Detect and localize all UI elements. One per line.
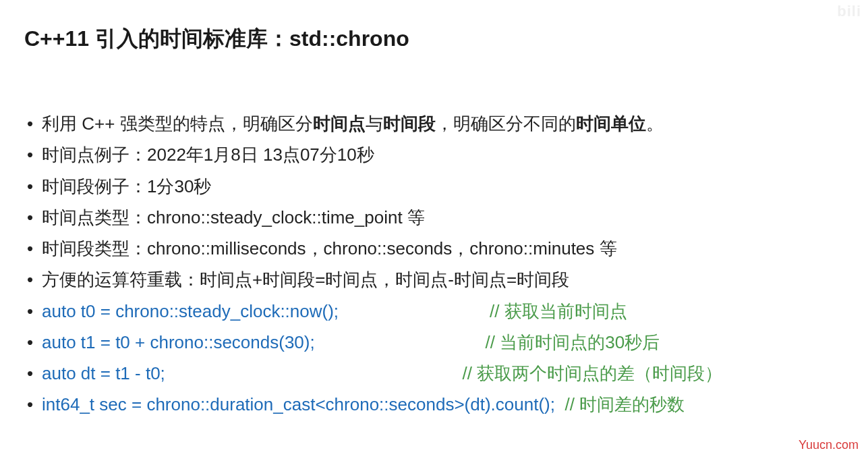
code-list-item: int64_t sec = chrono::duration_cast<chro… [24,389,844,420]
bold-text: 时间单位 [576,113,646,134]
bullet-list: 利用 C++ 强类型的特点，明确区分时间点与时间段，明确区分不同的时间单位。 时… [24,108,844,421]
code-text: auto t1 = t0 + chrono::seconds(30); [42,327,486,358]
list-item: 时间点类型：chrono::steady_clock::time_point 等 [24,202,844,233]
list-item: 时间段例子：1分30秒 [24,171,844,202]
text: 。 [646,113,664,134]
list-item: 时间点例子：2022年1月8日 13点07分10秒 [24,139,844,170]
code-list-item: auto t1 = t0 + chrono::seconds(30); // 当… [24,327,844,358]
platform-watermark: bili [837,3,861,20]
text: 与 [366,113,383,134]
slide-title: C++11 引入的时间标准库：std::chrono [24,24,844,54]
list-item: 时间段类型：chrono::milliseconds，chrono::secon… [24,233,844,264]
text: 利用 C++ 强类型的特点，明确区分 [42,113,313,134]
code-text: auto dt = t1 - t0; [42,358,462,389]
code-list-item: auto dt = t1 - t0; // 获取两个时间点的差（时间段） [24,358,844,389]
code-comment: // 获取当前时间点 [490,296,627,327]
bold-text: 时间点 [313,113,366,134]
code-comment: // 时间差的秒数 [565,389,685,420]
bold-text: 时间段 [383,113,436,134]
list-item: 利用 C++ 强类型的特点，明确区分时间点与时间段，明确区分不同的时间单位。 [24,108,844,139]
code-comment: // 获取两个时间点的差（时间段） [462,358,722,389]
text: ，明确区分不同的 [436,113,576,134]
slide-content: C++11 引入的时间标准库：std::chrono 利用 C++ 强类型的特点… [0,0,868,421]
code-comment: // 当前时间点的30秒后 [486,327,660,358]
code-text: auto t0 = chrono::steady_clock::now(); [42,296,490,327]
code-text: int64_t sec = chrono::duration_cast<chro… [42,389,565,420]
list-item: 方便的运算符重载：时间点+时间段=时间点，时间点-时间点=时间段 [24,264,844,295]
code-list-item: auto t0 = chrono::steady_clock::now(); /… [24,296,844,327]
site-watermark: Yuucn.com [799,438,859,452]
